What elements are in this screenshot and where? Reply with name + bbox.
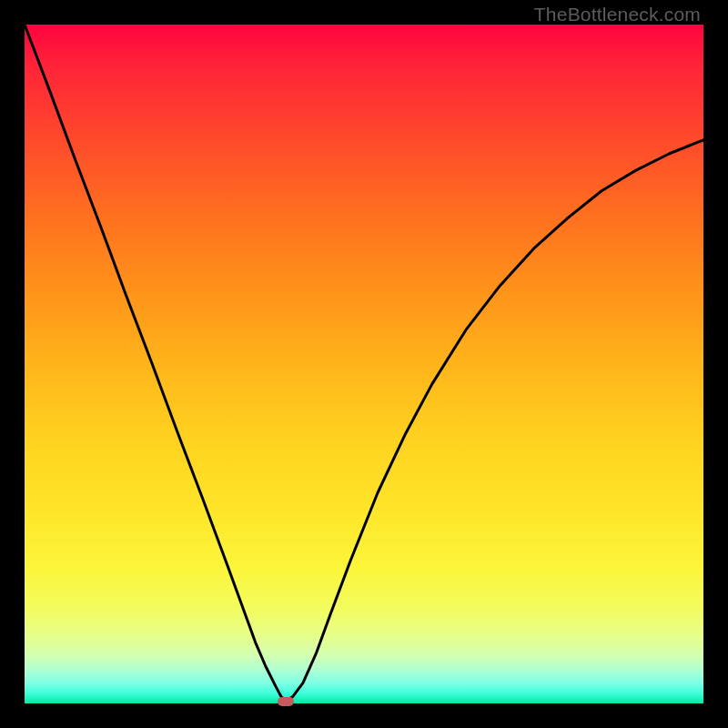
optimal-marker [278, 697, 294, 706]
watermark-label: TheBottleneck.com [534, 4, 701, 25]
chart-plot-area [25, 25, 703, 703]
chart-frame: TheBottleneck.com [0, 0, 728, 728]
